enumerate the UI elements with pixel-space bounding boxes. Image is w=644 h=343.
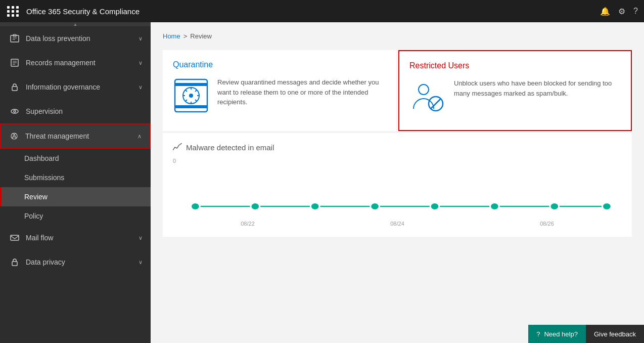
chart-x-label-2: 08/24 (390, 221, 404, 227)
malware-chart-svg (173, 158, 622, 219)
svg-point-7 (11, 133, 17, 139)
sidebar-subitem-submissions[interactable]: Submissions (0, 168, 151, 187)
cards-grid: Quarantine (163, 50, 632, 131)
main-content: Home > Review Quarantine (151, 22, 644, 343)
submissions-label: Submissions (24, 174, 64, 182)
sidebar-item-threat-management[interactable]: Threat management ∧ (0, 123, 151, 149)
restricted-users-card-description: Unblock users who have been blocked for … (454, 78, 621, 98)
chevron-down-icon: ∨ (139, 60, 143, 66)
malware-chart-card: Malware detected in email 0 (163, 133, 632, 237)
chart-x-label-1: 08/22 (241, 221, 255, 227)
sidebar-item-mail-flow-label: Mail flow (26, 234, 132, 242)
chevron-down-icon: ∨ (139, 84, 143, 91)
svg-point-4 (11, 109, 18, 113)
app-grid-icon[interactable] (6, 4, 20, 18)
lock-icon (10, 82, 20, 92)
svg-point-28 (310, 203, 319, 210)
mail-icon (10, 233, 20, 243)
sidebar-subitem-review[interactable]: Review (0, 187, 151, 206)
svg-line-21 (186, 100, 187, 101)
quarantine-card[interactable]: Quarantine (163, 50, 396, 131)
chevron-down-icon: ∨ (139, 235, 143, 241)
svg-point-27 (251, 203, 260, 210)
review-label: Review (24, 193, 48, 201)
eye-icon (10, 106, 20, 116)
quarantine-card-description: Review quarantined messages and decide w… (217, 77, 386, 107)
chart-y-label: 0 (173, 158, 176, 164)
sidebar-item-information-governance-label: Information governance (26, 83, 132, 91)
sidebar-item-data-privacy[interactable]: Data privacy ∨ (0, 250, 151, 274)
notification-icon[interactable]: 🔔 (600, 7, 610, 16)
sidebar-subitem-policy[interactable]: Policy (0, 206, 151, 226)
chevron-down-icon: ∨ (139, 259, 143, 266)
chart-x-label-3: 08/26 (540, 221, 554, 227)
svg-rect-3 (12, 87, 17, 91)
sidebar-item-data-privacy-label: Data privacy (26, 258, 132, 266)
svg-point-22 (189, 94, 193, 98)
settings-icon[interactable]: ⚙ (618, 7, 625, 16)
sidebar-subitem-dashboard[interactable]: Dashboard (0, 149, 151, 168)
quarantine-card-content: Review quarantined messages and decide w… (173, 77, 386, 116)
svg-point-26 (191, 203, 200, 210)
need-help-label: Need help? (544, 330, 578, 338)
svg-point-30 (430, 203, 439, 210)
records-icon (10, 58, 20, 68)
biohazard-icon (9, 131, 19, 141)
breadcrumb: Home > Review (163, 32, 632, 40)
need-help-button[interactable]: ? Need help? (528, 325, 586, 343)
chevron-up-icon: ∧ (137, 133, 142, 140)
chart-x-labels: 08/22 08/24 08/26 (173, 219, 622, 227)
svg-point-33 (603, 203, 612, 210)
svg-line-18 (186, 90, 187, 92)
sidebar-item-threat-management-label: Threat management (25, 132, 131, 140)
svg-point-31 (490, 203, 499, 210)
quarantine-icon (173, 77, 209, 114)
main-layout: Data loss prevention ∨ Records managemen… (0, 22, 644, 343)
quarantine-card-title: Quarantine (173, 60, 386, 69)
restricted-users-icon (409, 78, 446, 115)
data-privacy-lock-icon (10, 257, 20, 267)
sidebar-scroll-top (0, 22, 151, 26)
chart-title-icon (173, 143, 182, 152)
sidebar: Data loss prevention ∨ Records managemen… (0, 22, 151, 343)
svg-point-5 (14, 110, 16, 112)
sidebar-item-data-loss-prevention[interactable]: Data loss prevention ∨ (0, 26, 151, 51)
app-title: Office 365 Security & Compliance (26, 7, 594, 16)
restricted-users-card-title: Restricted Users (409, 61, 621, 70)
svg-point-32 (550, 203, 559, 210)
sidebar-item-records-management[interactable]: Records management ∨ (0, 51, 151, 75)
sidebar-item-records-management-label: Records management (26, 59, 132, 67)
bottom-bar: ? Need help? Give feedback (528, 325, 644, 343)
svg-point-23 (419, 84, 429, 95)
quarantine-icon-area (173, 77, 209, 116)
svg-line-20 (195, 90, 197, 92)
chart-title: Malware detected in email (173, 143, 622, 152)
help-icon[interactable]: ? (633, 7, 638, 16)
sidebar-item-mail-flow[interactable]: Mail flow ∨ (0, 226, 151, 250)
topbar-icons: 🔔 ⚙ ? (600, 7, 638, 16)
svg-rect-9 (12, 262, 17, 266)
restricted-users-card-content: Unblock users who have been blocked for … (409, 78, 621, 117)
svg-rect-8 (11, 235, 19, 240)
chart-title-text: Malware detected in email (186, 143, 274, 152)
svg-line-19 (195, 100, 197, 101)
restricted-users-card[interactable]: Restricted Users Unblock users (398, 50, 632, 131)
sidebar-item-information-governance[interactable]: Information governance ∨ (0, 75, 151, 99)
sidebar-item-supervision[interactable]: Supervision (0, 99, 151, 123)
restricted-users-icon-area (409, 78, 446, 117)
breadcrumb-current: Review (190, 32, 212, 40)
breadcrumb-separator: > (183, 32, 188, 40)
chevron-down-icon: ∨ (139, 35, 143, 42)
give-feedback-button[interactable]: Give feedback (586, 325, 644, 343)
shield-icon (10, 33, 20, 44)
breadcrumb-home[interactable]: Home (163, 32, 180, 40)
give-feedback-label: Give feedback (594, 330, 636, 338)
chart-area: 0 (173, 158, 622, 219)
policy-label: Policy (24, 212, 43, 220)
sidebar-item-supervision-label: Supervision (26, 107, 143, 115)
sidebar-item-data-loss-prevention-label: Data loss prevention (26, 34, 132, 42)
help-circle-icon: ? (536, 330, 540, 338)
svg-point-29 (371, 203, 380, 210)
topbar: Office 365 Security & Compliance 🔔 ⚙ ? (0, 0, 644, 22)
dashboard-label: Dashboard (24, 154, 59, 162)
